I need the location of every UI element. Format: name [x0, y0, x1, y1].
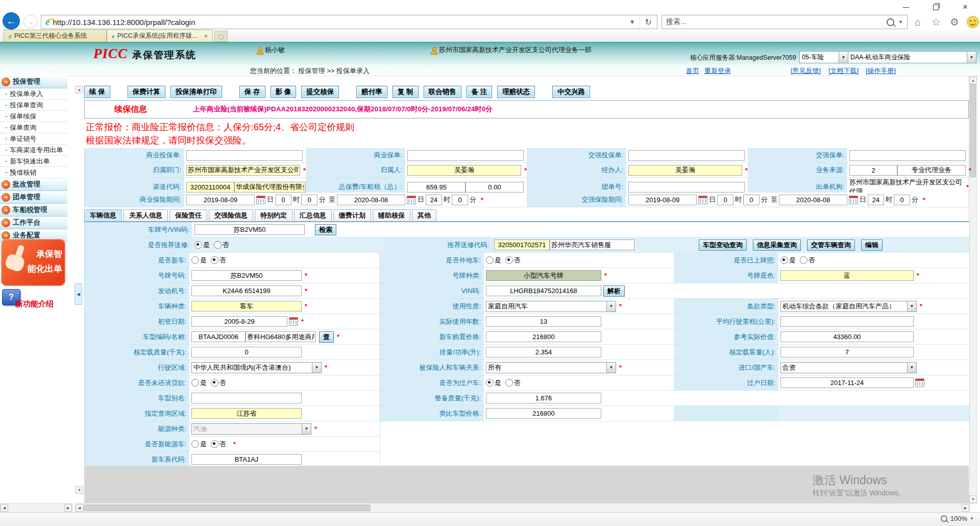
sidebar-section-endorsement-mgmt[interactable]: ➜批改管理	[0, 178, 67, 191]
home-link[interactable]: 首页	[686, 66, 699, 76]
zhongjiao-button[interactable]: 中交兴路	[552, 86, 590, 98]
ctp-period-start-min-input[interactable]	[743, 195, 760, 205]
sidebar-horizontal-scrollbar[interactable]: ◀ ▶	[0, 503, 72, 513]
search-plate-button[interactable]: 检索	[315, 224, 336, 235]
relogin-link[interactable]: 重新登录	[704, 66, 731, 76]
relation-select[interactable]: 所有▼	[486, 362, 616, 373]
biz-period-start-hour-input[interactable]	[275, 195, 291, 205]
series-code-input[interactable]	[191, 454, 302, 465]
sidebar-section-underwriting-mgmt[interactable]: ➜投保管理	[0, 76, 67, 88]
source-name-input[interactable]	[897, 165, 966, 176]
sidebar-item-doc-cancel[interactable]: -单证销号	[0, 133, 67, 145]
plate-color-input[interactable]	[780, 270, 914, 281]
model-code-input[interactable]	[191, 331, 246, 342]
scroll-left-icon[interactable]: ◀	[1, 504, 8, 512]
tab-close-icon[interactable]: ×	[201, 32, 208, 40]
scroll-left-icon[interactable]: ◀	[76, 504, 83, 512]
sidebar-item-advance-writeoff[interactable]: -预借核销	[0, 167, 67, 178]
biz-period-start-min-input[interactable]	[301, 195, 317, 205]
sidebar-item-application-query[interactable]: -投保单查询	[0, 100, 67, 111]
renew-button[interactable]: 续 保	[84, 86, 110, 98]
ctp-application-input[interactable]	[628, 150, 745, 161]
info-collect-query-button[interactable]: 信息采集查询	[753, 240, 801, 251]
repair-name-input[interactable]	[550, 240, 634, 250]
model-alias-input[interactable]	[191, 393, 302, 403]
sidebar-item-dealer-channel-issue[interactable]: -车商渠道专用出单	[0, 145, 67, 156]
radio-loan-no[interactable]	[211, 379, 218, 387]
tab-other[interactable]: 其他	[412, 209, 436, 221]
channel-name-input[interactable]	[234, 182, 306, 193]
seat-count-input[interactable]	[780, 347, 914, 357]
back-button[interactable]: ←	[3, 12, 20, 30]
transfer-date-input[interactable]	[780, 377, 914, 388]
handler-input[interactable]	[628, 165, 742, 176]
joint-sale-button[interactable]: 联合销售	[424, 86, 461, 98]
radio-newenergy-yes[interactable]	[191, 440, 199, 448]
plate-no-input[interactable]	[191, 270, 302, 281]
calendar-icon[interactable]	[407, 196, 416, 204]
scroll-up-icon[interactable]: ▲	[76, 86, 83, 93]
calendar-icon[interactable]	[915, 378, 924, 387]
tab-vehicle-info[interactable]: 车辆信息	[84, 209, 122, 221]
scrollbar-thumb[interactable]	[84, 505, 371, 511]
sidebar-section-group-policy-mgmt[interactable]: ➜团单管理	[0, 191, 67, 204]
copy-button[interactable]: 复 制	[393, 86, 419, 98]
tab-ctp-info[interactable]: 交强险信息	[209, 209, 253, 221]
tab-related-persons[interactable]: 关系人信息	[124, 209, 168, 221]
manual-link[interactable]: [操作手册]	[866, 66, 896, 76]
mileage-input[interactable]	[780, 316, 914, 327]
radio-plated-no[interactable]	[800, 256, 807, 264]
query-region-input[interactable]	[191, 408, 302, 419]
radio-newenergy-no[interactable]	[211, 440, 218, 448]
settings-gear-icon[interactable]: ⚙	[948, 16, 961, 28]
biz-period-end-min-input[interactable]	[452, 195, 468, 205]
scrollbar-thumb[interactable]	[970, 84, 976, 177]
calendar-icon[interactable]	[289, 317, 298, 326]
biz-period-end-hour-input[interactable]	[426, 195, 442, 205]
calendar-icon[interactable]	[256, 196, 265, 204]
refresh-icon[interactable]: ↻	[640, 15, 657, 29]
radio-recommend-yes[interactable]	[194, 241, 202, 249]
zoom-dropdown-icon[interactable]: ▼	[970, 516, 974, 521]
loss-ratio-button[interactable]: 赔付率	[356, 86, 387, 98]
forward-button[interactable]: →	[23, 15, 37, 29]
tab-assist-underwriting[interactable]: 辅助核保	[373, 209, 410, 221]
clause-type-select[interactable]: 机动车综合条款（家庭自用汽车产品）▼	[780, 301, 917, 312]
ctp-period-start-hour-input[interactable]	[717, 195, 733, 205]
first-reg-input[interactable]	[191, 316, 287, 327]
displacement-input[interactable]	[486, 347, 601, 357]
ctp-period-start-input[interactable]	[628, 195, 697, 205]
radio-plated-yes[interactable]	[780, 256, 788, 264]
url-dropdown-icon[interactable]: ▼	[625, 18, 640, 26]
radio-loan-yes[interactable]	[191, 379, 199, 387]
close-button[interactable]: ×	[950, 0, 980, 14]
vehicle-category-input[interactable]	[191, 301, 302, 312]
vin-input[interactable]	[486, 285, 601, 296]
feedback-link[interactable]: [意见反馈]	[791, 66, 821, 76]
radio-recommend-no[interactable]	[214, 241, 222, 249]
scroll-right-icon[interactable]: ▶	[962, 504, 969, 512]
group-no-input[interactable]	[628, 182, 745, 193]
ctp-period-end-min-input[interactable]	[894, 195, 910, 205]
radio-transfer-no[interactable]	[505, 379, 513, 387]
scroll-right-icon[interactable]: ▶	[64, 504, 72, 512]
sidebar-item-policy-query[interactable]: -保单查询	[0, 122, 67, 133]
browser-tab-core-system[interactable]: e PICC第三代核心业务系统	[4, 30, 107, 42]
drive-region-select[interactable]: 中华人民共和国境内(不含港澳台)▼	[191, 362, 322, 373]
scroll-up-icon[interactable]: ▲	[969, 77, 977, 84]
ctp-period-end-input[interactable]	[779, 195, 847, 205]
scroll-down-icon[interactable]: ▼	[76, 486, 83, 494]
restore-button[interactable]	[921, 0, 950, 14]
premium-calc-button[interactable]: 保费计算	[128, 86, 165, 98]
insurance-line-select[interactable]: 05-车险 ▼	[799, 51, 848, 63]
browser-tab-underwriting[interactable]: e PICC承保系统(应用程序版... ×	[107, 30, 213, 42]
source-code-input[interactable]	[849, 165, 897, 176]
sidebar-item-newcar-quick-issue[interactable]: -新车快速出单	[0, 156, 67, 167]
sidebar-item-policy-renewal[interactable]: -保单续保	[0, 111, 67, 122]
sidebar-collapse-handle[interactable]: ◀	[75, 283, 82, 305]
print-list-button[interactable]: 投保清单打印	[170, 86, 222, 98]
radio-new-yes[interactable]	[191, 256, 199, 264]
new-feature-link[interactable]: 新功能介绍	[15, 299, 54, 309]
image-button[interactable]: 影 像	[271, 86, 297, 98]
home-icon[interactable]: ⌂	[912, 16, 924, 28]
